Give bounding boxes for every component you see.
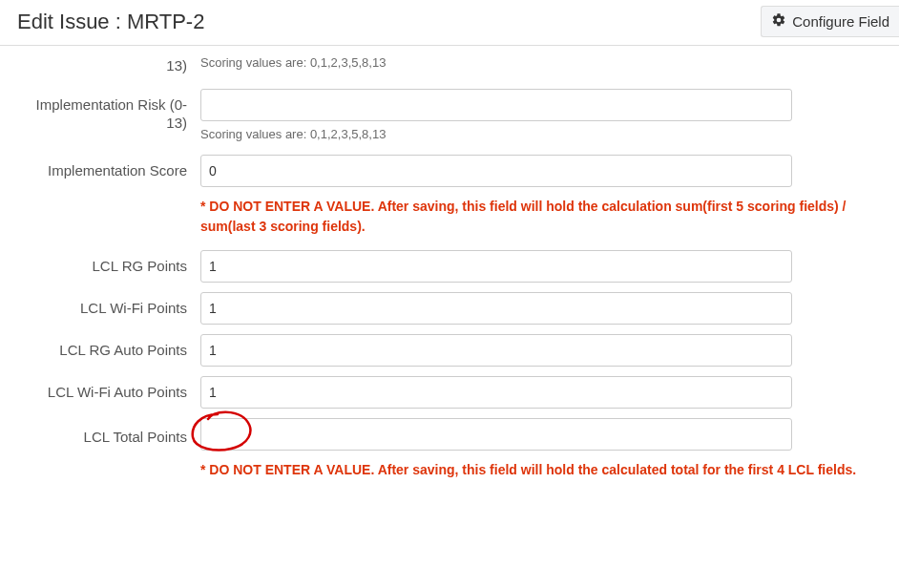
page-title: Edit Issue : MRTP-2 — [17, 10, 204, 34]
configure-fields-label: Configure Field — [792, 13, 889, 30]
field-hint: Scoring values are: 0,1,2,3,5,8,13 — [200, 55, 880, 70]
lcl-total-points-input[interactable] — [200, 418, 792, 451]
field-label: LCL RG Points — [19, 250, 200, 276]
lcl-wifi-points-input[interactable] — [200, 292, 792, 325]
field-label: LCL Wi-Fi Points — [19, 292, 200, 318]
field-row-lcl-wifi-auto-points: LCL Wi-Fi Auto Points — [19, 376, 880, 409]
field-row-implementation-score: Implementation Score * DO NOT ENTER A VA… — [19, 155, 880, 237]
field-label: Implementation Risk (0-13) — [19, 89, 200, 133]
field-hint: Scoring values are: 0,1,2,3,5,8,13 — [200, 127, 880, 141]
lcl-rg-auto-points-input[interactable] — [200, 334, 792, 367]
field-label: LCL Wi-Fi Auto Points — [19, 376, 200, 402]
lcl-wifi-auto-points-input[interactable] — [200, 376, 792, 409]
field-row-lcl-total-points: LCL Total Points * DO NOT ENTER A VALUE.… — [19, 418, 880, 480]
field-label: LCL RG Auto Points — [19, 334, 200, 360]
gear-icon — [771, 12, 786, 31]
implementation-risk-input[interactable] — [200, 89, 792, 121]
field-label: Implementation Score — [19, 155, 200, 180]
field-row-partial-top: 13) Scoring values are: 0,1,2,3,5,8,13 — [19, 50, 880, 75]
edit-issue-form: 13) Scoring values are: 0,1,2,3,5,8,13 I… — [0, 50, 899, 499]
field-warning: * DO NOT ENTER A VALUE. After saving, th… — [200, 460, 880, 480]
field-row-lcl-rg-auto-points: LCL RG Auto Points — [19, 334, 880, 367]
field-label-partial: 13) — [19, 50, 200, 75]
lcl-rg-points-input[interactable] — [200, 250, 792, 283]
configure-fields-button[interactable]: Configure Field — [761, 6, 899, 37]
implementation-score-input[interactable] — [200, 155, 792, 187]
dialog-header: Edit Issue : MRTP-2 Configure Field — [0, 0, 899, 46]
field-row-implementation-risk: Implementation Risk (0-13) Scoring value… — [19, 89, 880, 141]
field-row-lcl-wifi-points: LCL Wi-Fi Points — [19, 292, 880, 325]
field-row-lcl-rg-points: LCL RG Points — [19, 250, 880, 283]
field-label: LCL Total Points — [19, 418, 200, 447]
field-warning: * DO NOT ENTER A VALUE. After saving, th… — [200, 197, 880, 237]
